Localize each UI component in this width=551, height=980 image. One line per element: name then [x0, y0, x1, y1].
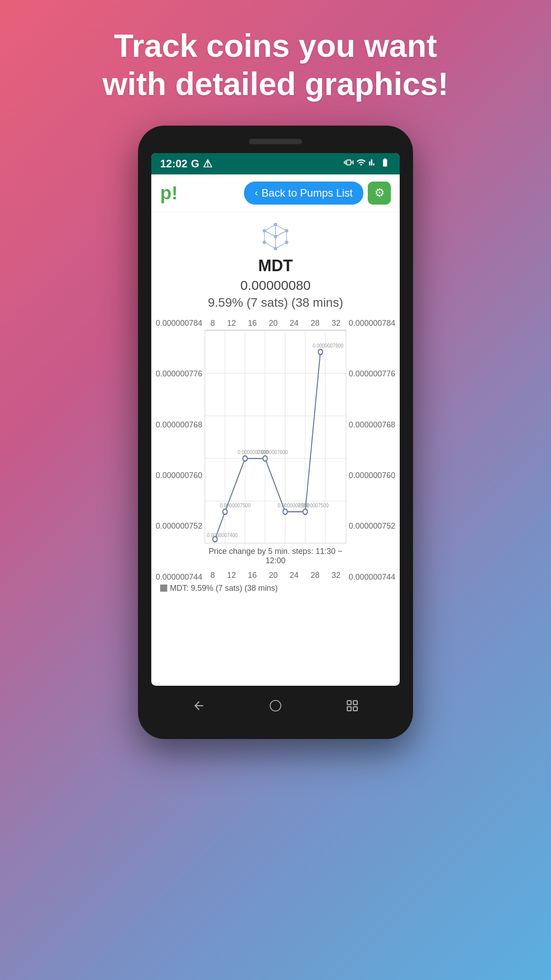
chart-legend: MDT: 9.59% (7 sats) (38 mins)	[156, 582, 395, 595]
svg-rect-42	[354, 701, 358, 705]
status-time: 12:02	[160, 158, 187, 170]
legend-color-box	[160, 585, 167, 592]
svg-point-40	[270, 700, 281, 711]
svg-point-29	[263, 456, 268, 461]
nav-recent-button[interactable]	[341, 695, 363, 717]
svg-point-9	[263, 241, 266, 244]
svg-text:0.0000007400: 0.0000007400	[207, 532, 238, 538]
svg-rect-44	[347, 707, 351, 711]
coin-icon	[260, 221, 291, 252]
coin-change: 9.59% (7 sats) (38 mins)	[160, 296, 391, 310]
back-chevron-icon: ‹	[255, 187, 258, 199]
app-logo: p!	[160, 182, 178, 204]
svg-point-6	[285, 229, 288, 232]
wifi-icon	[356, 158, 366, 170]
phone-speaker	[249, 139, 302, 144]
logo-p: p	[160, 182, 172, 203]
google-icon: G	[191, 158, 199, 170]
chart-svg: 0.0000007400 0.0000007500 0.0000007600 0…	[205, 331, 346, 544]
chart-svg-area: 0.0000007400 0.0000007500 0.0000007600 0…	[205, 330, 346, 543]
nav-home-button[interactable]	[264, 695, 287, 717]
svg-point-5	[274, 223, 277, 226]
settings-button[interactable]: ⚙	[368, 182, 391, 205]
svg-text:0.0000007500: 0.0000007500	[220, 502, 251, 509]
chart-wrapper: 0.000000784 0.000000776 0.000000768 0.00…	[156, 319, 395, 582]
chart-bottom-label: Price change by 5 min. steps: 11:30 ~ 12…	[205, 543, 346, 569]
svg-point-8	[274, 247, 277, 250]
settings-gear-icon: ⚙	[374, 186, 385, 200]
x-axis-top: 8 12 16 20 24 28 32	[205, 319, 346, 330]
svg-point-11	[274, 235, 277, 238]
chart-container: 0.000000784 0.000000776 0.000000768 0.00…	[151, 319, 400, 599]
svg-point-31	[303, 509, 307, 514]
svg-rect-41	[347, 701, 351, 705]
status-bar: 12:02 G ⚠	[151, 153, 400, 174]
x-axis-bottom: 8 12 16 20 24 28 32	[205, 569, 346, 582]
phone-frame: 12:02 G ⚠ p!	[138, 126, 413, 739]
header-buttons: ‹ Back to Pumps List ⚙	[244, 182, 391, 205]
svg-text:0.0000007800: 0.0000007800	[313, 342, 344, 349]
coin-section: MDT 0.00000080 9.59% (7 sats) (38 mins)	[151, 212, 400, 319]
promo-header-area: Track coins you want with detailed graph…	[67, 0, 484, 126]
signal-icon	[369, 158, 377, 170]
phone-nav-bar	[151, 686, 400, 726]
phone-screen: 12:02 G ⚠ p!	[151, 153, 400, 686]
svg-text:0.0000007600: 0.0000007600	[257, 449, 288, 455]
app-header: p! ‹ Back to Pumps List ⚙	[151, 174, 400, 212]
svg-point-7	[285, 241, 288, 244]
alert-icon: ⚠	[203, 158, 213, 170]
back-to-pumps-button[interactable]: ‹ Back to Pumps List	[244, 182, 363, 205]
coin-name: MDT	[160, 257, 391, 275]
svg-rect-43	[354, 707, 358, 711]
svg-point-28	[243, 456, 247, 461]
promo-text: Track coins you want with detailed graph…	[67, 0, 484, 126]
nav-back-button[interactable]	[188, 695, 210, 717]
svg-point-32	[318, 349, 323, 355]
y-axis-left: 0.000000784 0.000000776 0.000000768 0.00…	[156, 319, 205, 582]
logo-exclaim: !	[172, 182, 178, 203]
svg-line-2	[276, 231, 287, 237]
svg-text:0.0000007500: 0.0000007500	[298, 502, 329, 509]
battery-icon	[379, 158, 391, 170]
svg-line-3	[264, 231, 276, 237]
svg-point-27	[223, 509, 227, 514]
svg-point-10	[263, 229, 266, 232]
svg-point-30	[283, 509, 287, 514]
coin-price: 0.00000080	[160, 278, 391, 293]
vibrate-icon	[344, 158, 354, 170]
legend-label: MDT: 9.59% (7 sats) (38 mins)	[170, 584, 278, 593]
y-axis-right: 0.000000784 0.000000776 0.000000768 0.00…	[346, 319, 395, 582]
back-button-label: Back to Pumps List	[262, 187, 353, 199]
chart-main: 8 12 16 20 24 28 32	[205, 319, 346, 582]
